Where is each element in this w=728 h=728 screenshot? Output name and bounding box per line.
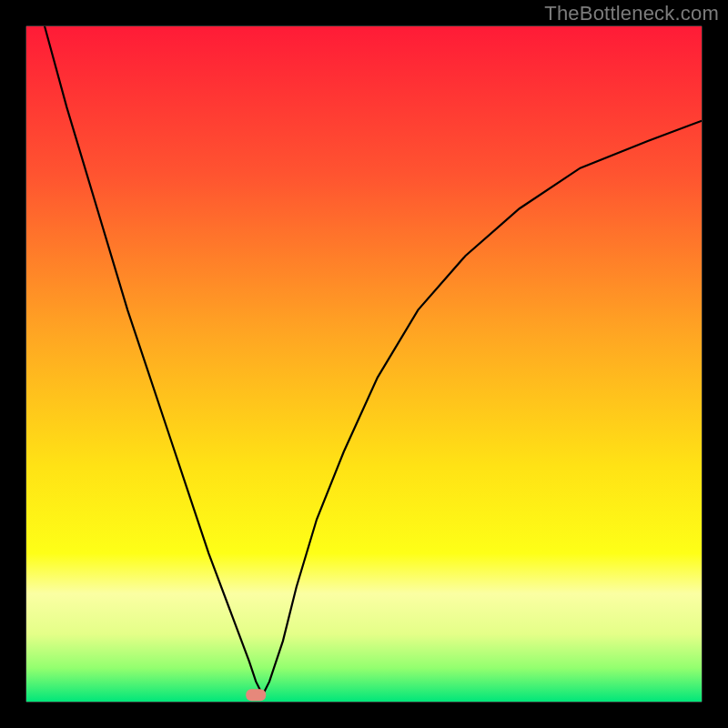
minimum-marker: [246, 689, 266, 701]
attribution-text: TheBottleneck.com: [544, 2, 719, 25]
gradient-background: [26, 26, 702, 702]
bottleneck-chart: [0, 0, 728, 728]
chart-container: TheBottleneck.com: [0, 0, 728, 728]
